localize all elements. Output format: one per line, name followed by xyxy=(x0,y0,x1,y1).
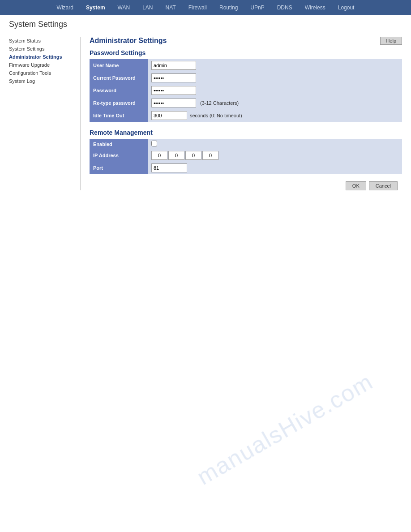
table-row: Idle Time Out seconds (0: No timeout) xyxy=(90,109,402,122)
table-row: User Name xyxy=(90,59,402,72)
navigation-bar: Wizard System WAN LAN NAT Firewall Routi… xyxy=(0,0,411,15)
sidebar-item-admin-settings[interactable]: Administrator Settings xyxy=(9,53,76,61)
retype-password-label: Re-type password xyxy=(90,97,148,109)
remote-section-title: Remote Management xyxy=(90,129,402,136)
page-title: System Settings xyxy=(9,20,402,29)
sidebar-item-system-settings[interactable]: System Settings xyxy=(9,45,76,53)
password-value-cell xyxy=(148,84,402,97)
table-row: Re-type password (3-12 Characters) xyxy=(90,97,402,109)
nav-logout[interactable]: Logout xyxy=(332,3,361,13)
password-settings-table: User Name Current Password Password xyxy=(90,59,402,122)
idle-hint: seconds (0: No timeout) xyxy=(190,113,242,118)
retype-hint: (3-12 Characters) xyxy=(200,100,239,106)
ip-address-label: IP Address xyxy=(90,149,148,162)
username-input[interactable] xyxy=(151,61,196,70)
nav-wan[interactable]: WAN xyxy=(111,3,137,13)
ip-octet-4[interactable] xyxy=(202,151,218,160)
retype-password-value-cell: (3-12 Characters) xyxy=(148,97,402,109)
table-row: Current Password xyxy=(90,72,402,84)
nav-ddns[interactable]: DDNS xyxy=(271,3,299,13)
page-header: System Settings xyxy=(0,15,411,32)
sidebar-item-system-log[interactable]: System Log xyxy=(9,77,76,85)
ip-address-row xyxy=(151,151,398,160)
nav-upnp[interactable]: UPnP xyxy=(244,3,270,13)
current-password-value-cell xyxy=(148,72,402,84)
action-buttons: OK Cancel xyxy=(90,181,402,190)
section-header-row: Administrator Settings Help xyxy=(90,37,402,45)
sidebar: System Status System Settings Administra… xyxy=(9,37,81,190)
username-label: User Name xyxy=(90,59,148,72)
idle-row: seconds (0: No timeout) xyxy=(151,111,398,120)
retype-password-input[interactable] xyxy=(151,99,196,107)
table-row: IP Address xyxy=(90,149,402,162)
sidebar-item-config-tools[interactable]: Configuration Tools xyxy=(9,69,76,77)
idle-timeout-label: Idle Time Out xyxy=(90,109,148,122)
port-input[interactable] xyxy=(151,163,187,172)
help-button[interactable]: Help xyxy=(380,37,402,45)
nav-lan[interactable]: LAN xyxy=(136,3,159,13)
nav-wizard[interactable]: Wizard xyxy=(51,3,80,13)
idle-timeout-input[interactable] xyxy=(151,111,187,120)
content-area: Administrator Settings Help Password Set… xyxy=(81,37,402,190)
nav-system[interactable]: System xyxy=(80,3,111,13)
password-label: Password xyxy=(90,84,148,97)
ip-octet-2[interactable] xyxy=(168,151,184,160)
ip-octet-3[interactable] xyxy=(185,151,201,160)
password-input[interactable] xyxy=(151,86,196,95)
nav-firewall[interactable]: Firewall xyxy=(182,3,213,13)
username-value-cell xyxy=(148,59,402,72)
port-label: Port xyxy=(90,162,148,174)
enabled-value-cell xyxy=(148,139,402,149)
ip-address-value-cell xyxy=(148,149,402,162)
cancel-button[interactable]: Cancel xyxy=(369,181,398,190)
enabled-checkbox[interactable] xyxy=(151,141,157,146)
enabled-label: Enabled xyxy=(90,139,148,149)
nav-wireless[interactable]: Wireless xyxy=(299,3,332,13)
nav-routing[interactable]: Routing xyxy=(213,3,244,13)
current-password-input[interactable] xyxy=(151,73,196,82)
current-password-label: Current Password xyxy=(90,72,148,84)
sidebar-item-system-status[interactable]: System Status xyxy=(9,37,76,45)
table-row: Enabled xyxy=(90,139,402,149)
section-title: Administrator Settings xyxy=(90,37,167,45)
table-row: Port xyxy=(90,162,402,174)
nav-nat[interactable]: NAT xyxy=(159,3,182,13)
idle-timeout-value-cell: seconds (0: No timeout) xyxy=(148,109,402,122)
sidebar-item-firmware-upgrade[interactable]: Firmware Upgrade xyxy=(9,61,76,69)
table-row: Password xyxy=(90,84,402,97)
ok-button[interactable]: OK xyxy=(346,181,366,190)
ip-octet-1[interactable] xyxy=(151,151,167,160)
remote-settings-table: Enabled IP Address xyxy=(90,139,402,174)
password-section-title: Password Settings xyxy=(90,49,402,56)
main-layout: System Status System Settings Administra… xyxy=(0,32,411,195)
port-value-cell xyxy=(148,162,402,174)
